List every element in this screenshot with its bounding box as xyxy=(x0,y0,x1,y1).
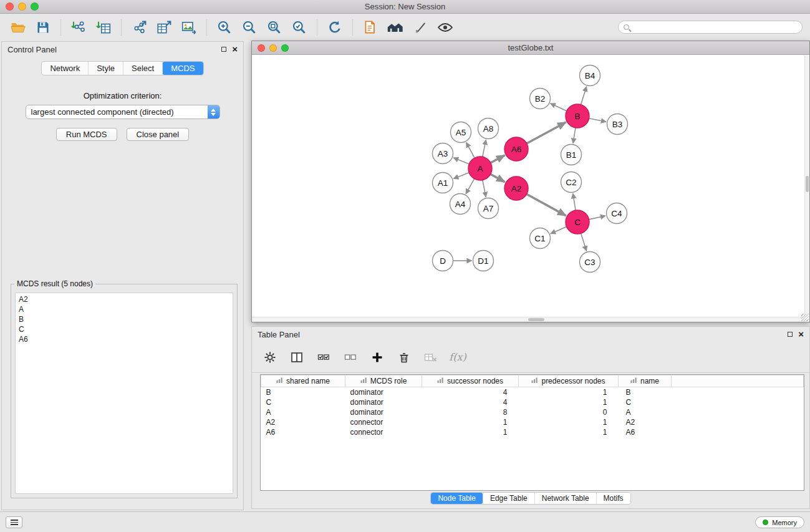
graph-node-A[interactable]: A xyxy=(468,157,492,180)
table-cell[interactable]: A xyxy=(619,407,672,417)
table-cell[interactable]: 1 xyxy=(519,397,619,407)
delete-table-button[interactable] xyxy=(423,350,438,365)
result-item[interactable]: A6 xyxy=(16,334,233,344)
graph-edge-A2-C[interactable] xyxy=(527,194,566,216)
table-cell[interactable]: A6 xyxy=(619,427,672,437)
table-settings-button[interactable] xyxy=(263,350,277,365)
create-column-button[interactable] xyxy=(370,350,385,365)
table-row[interactable]: A2connector11A2 xyxy=(261,417,804,427)
window-resize-grip[interactable] xyxy=(801,314,809,321)
graph-node-B3[interactable]: B3 xyxy=(607,114,628,135)
table-cell[interactable]: 8 xyxy=(422,407,519,417)
close-panel-action-button[interactable]: Close panel xyxy=(127,128,190,141)
table-row[interactable]: Cdominator41C xyxy=(261,397,804,407)
graph-node-C4[interactable]: C4 xyxy=(607,203,627,224)
zoom-selected-button[interactable] xyxy=(289,17,310,37)
graph-node-A1[interactable]: A1 xyxy=(433,173,453,193)
table-cell[interactable]: A2 xyxy=(619,417,672,427)
table-cell[interactable]: 1 xyxy=(519,387,619,397)
result-item[interactable]: B xyxy=(16,314,233,324)
table-cell[interactable]: B xyxy=(261,387,345,397)
graph-edge-C-C2[interactable] xyxy=(573,193,576,210)
criterion-select[interactable]: largest connected component (directed) xyxy=(26,105,220,119)
graph-edge-A-A1[interactable] xyxy=(453,173,469,179)
tab-edge-table[interactable]: Edge Table xyxy=(483,493,534,504)
table-cell[interactable]: B xyxy=(619,387,672,397)
save-session-button[interactable] xyxy=(32,17,54,37)
graph-node-A5[interactable]: A5 xyxy=(451,122,471,143)
column-header-name[interactable]: name xyxy=(619,375,672,387)
table-row[interactable]: Bdominator41B xyxy=(261,387,804,397)
tab-select[interactable]: Select xyxy=(123,62,162,75)
graph-node-A3[interactable]: A3 xyxy=(433,143,453,164)
graph-edge-B-B1[interactable] xyxy=(573,128,576,143)
tab-style[interactable]: Style xyxy=(88,62,123,75)
graph-edge-A-A7[interactable] xyxy=(483,180,486,197)
table-cell[interactable]: A xyxy=(261,407,345,417)
deselect-all-columns-button[interactable] xyxy=(343,350,358,365)
table-cell[interactable]: connector xyxy=(345,417,422,427)
graph-edge-C-C4[interactable] xyxy=(589,216,605,220)
table-cell[interactable]: A6 xyxy=(261,427,345,437)
show-details-button[interactable] xyxy=(435,17,456,37)
graph-edge-A-A2[interactable] xyxy=(491,174,505,182)
open-session-file-button[interactable] xyxy=(360,17,381,37)
float-table-panel-button[interactable] xyxy=(788,332,793,337)
graph-edge-A-A3[interactable] xyxy=(453,158,469,164)
export-network-button[interactable] xyxy=(128,17,150,37)
table-cell[interactable]: A2 xyxy=(261,417,345,427)
graph-edge-C-C1[interactable] xyxy=(551,227,567,234)
zoom-out-button[interactable] xyxy=(239,17,260,37)
column-header-predecessor-nodes[interactable]: predecessor nodes xyxy=(519,375,619,387)
graph-edge-A-A6[interactable] xyxy=(491,155,505,163)
column-header-successor-nodes[interactable]: successor nodes xyxy=(422,375,519,387)
apply-style-button[interactable] xyxy=(410,17,431,37)
table-cell[interactable]: C xyxy=(261,397,345,407)
table-row[interactable]: Adominator80A xyxy=(261,407,804,417)
graph-node-B1[interactable]: B1 xyxy=(561,145,582,165)
select-all-columns-button[interactable] xyxy=(316,350,331,365)
table-cell[interactable]: dominator xyxy=(345,407,422,417)
table-cell[interactable]: C xyxy=(619,397,672,407)
home-button[interactable] xyxy=(385,17,406,37)
graph-edge-B-B4[interactable] xyxy=(581,87,587,105)
graph-edge-A6-B[interactable] xyxy=(527,122,566,143)
function-builder-button[interactable]: f(x) xyxy=(450,350,465,365)
table-cell[interactable]: 1 xyxy=(422,427,519,437)
memory-button[interactable]: Memory xyxy=(755,516,804,528)
result-item[interactable]: A xyxy=(16,304,233,314)
graph-node-A4[interactable]: A4 xyxy=(450,194,471,215)
graph-node-C3[interactable]: C3 xyxy=(580,252,600,273)
close-table-panel-button[interactable]: × xyxy=(798,331,804,337)
table-cell[interactable]: 0 xyxy=(519,407,619,417)
graph-node-A8[interactable]: A8 xyxy=(478,118,499,139)
graph-edge-B-B2[interactable] xyxy=(551,104,567,111)
import-network-button[interactable] xyxy=(68,17,89,37)
graph-node-D[interactable]: D xyxy=(433,251,453,271)
graph-node-B2[interactable]: B2 xyxy=(530,89,551,109)
network-canvas[interactable]: B4B2BB3B1A5A8A6A3AA1C2A2A4A7C4CC1C3DD1 xyxy=(252,56,804,318)
table-cell[interactable]: 1 xyxy=(519,417,619,427)
table-cell[interactable]: 1 xyxy=(519,427,619,437)
zoom-fit-button[interactable] xyxy=(264,17,285,37)
refresh-view-button[interactable] xyxy=(324,17,345,37)
tab-motifs[interactable]: Motifs xyxy=(596,493,630,504)
network-vertical-scrollbar[interactable] xyxy=(804,56,809,317)
task-history-button[interactable] xyxy=(6,516,22,528)
graph-node-C2[interactable]: C2 xyxy=(561,172,582,193)
table-cell[interactable]: dominator xyxy=(345,397,422,407)
close-panel-button[interactable]: × xyxy=(232,46,238,52)
result-item[interactable]: C xyxy=(16,324,233,334)
search-input[interactable] xyxy=(632,23,797,32)
graph-edge-A-A5[interactable] xyxy=(466,142,475,158)
zoom-in-button[interactable] xyxy=(214,17,235,37)
graph-node-A6[interactable]: A6 xyxy=(504,137,528,161)
table-cell[interactable]: 1 xyxy=(422,417,519,427)
table-cell[interactable]: 4 xyxy=(422,387,519,397)
open-file-button[interactable] xyxy=(7,17,29,37)
network-horizontal-scrollbar[interactable] xyxy=(252,317,804,322)
mcds-result-list[interactable]: A2ABCA6 xyxy=(15,293,233,494)
graph-node-A2[interactable]: A2 xyxy=(504,177,528,200)
graph-node-C[interactable]: C xyxy=(566,210,589,234)
export-image-button[interactable] xyxy=(178,17,200,37)
